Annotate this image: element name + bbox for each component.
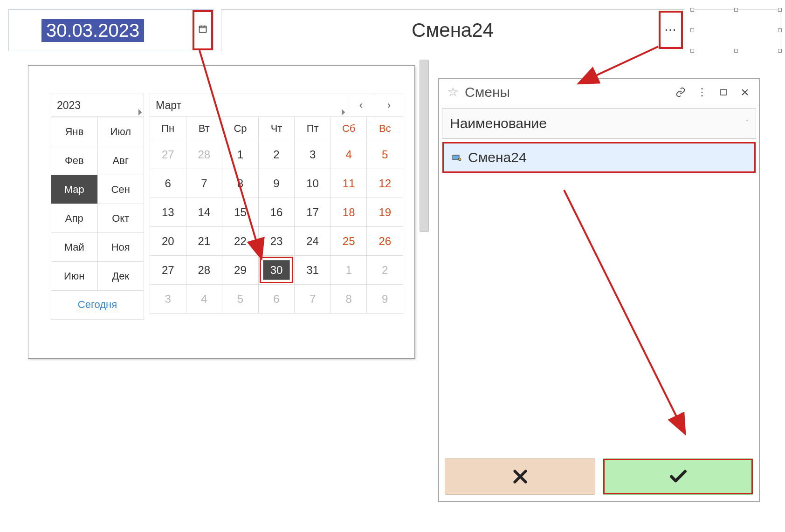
day-cell[interactable]: 18: [331, 198, 367, 227]
today-label: Сегодня: [78, 299, 117, 311]
list-item[interactable]: Смена24: [442, 142, 756, 173]
day-cell[interactable]: 9: [259, 169, 295, 198]
svg-rect-0: [200, 26, 207, 32]
month-list: ЯнвИюлФевАвгМарСенАпрОктМайНояИюнДек: [51, 117, 144, 291]
day-cell[interactable]: 6: [259, 285, 295, 314]
dialog-titlebar: ☆ Смены ⋮: [439, 79, 759, 105]
day-cell[interactable]: 11: [331, 169, 367, 198]
star-icon[interactable]: ☆: [448, 85, 458, 99]
dialog-title: Смены: [465, 84, 510, 100]
day-cell[interactable]: 26: [367, 227, 403, 256]
day-cell[interactable]: 19: [367, 198, 403, 227]
date-input-field[interactable]: 30.03.2023: [8, 9, 213, 51]
day-cell[interactable]: 27: [150, 256, 186, 285]
list-item-label: Смена24: [468, 150, 527, 165]
day-cell[interactable]: 2: [259, 140, 295, 169]
shift-lookup-button[interactable]: ⋯: [659, 11, 683, 49]
day-cell[interactable]: 27: [150, 140, 186, 169]
next-month-button[interactable]: ›: [375, 94, 403, 117]
column-header-name[interactable]: Наименование ↓: [442, 108, 756, 139]
day-cell[interactable]: 23: [259, 227, 295, 256]
day-cell[interactable]: 22: [222, 227, 259, 256]
day-cell[interactable]: 28: [186, 256, 223, 285]
month-cell[interactable]: Авг: [98, 146, 145, 175]
weekday-label: Чт: [259, 117, 295, 140]
day-cell[interactable]: 21: [186, 227, 223, 256]
day-cell[interactable]: 12: [367, 169, 403, 198]
month-cell[interactable]: Мар: [51, 175, 98, 204]
month-selector[interactable]: Март: [150, 94, 347, 117]
calendar-popup: 2023 ЯнвИюлФевАвгМарСенАпрОктМайНояИюнДе…: [28, 65, 415, 359]
month-cell[interactable]: Июн: [51, 262, 98, 291]
month-cell[interactable]: Июл: [98, 117, 145, 146]
weekday-label: Вт: [186, 117, 223, 140]
weekday-label: Вс: [367, 117, 403, 140]
day-cell[interactable]: 3: [150, 285, 186, 314]
day-cell[interactable]: 1: [222, 140, 259, 169]
day-cell[interactable]: 10: [295, 169, 331, 198]
day-cell[interactable]: 25: [331, 227, 367, 256]
weekday-label: Пн: [150, 117, 186, 140]
day-cell[interactable]: 8: [222, 169, 259, 198]
day-cell[interactable]: 2: [367, 256, 403, 285]
prev-month-button[interactable]: ‹: [347, 94, 375, 117]
year-label: 2023: [57, 99, 81, 112]
month-cell[interactable]: Сен: [98, 175, 145, 204]
month-label: Март: [156, 99, 181, 112]
ellipsis-icon: ⋯: [664, 23, 677, 37]
link-icon[interactable]: [673, 85, 688, 100]
day-cell[interactable]: 30: [259, 256, 295, 285]
close-icon[interactable]: [737, 85, 752, 100]
day-cell[interactable]: 8: [331, 285, 367, 314]
year-selector[interactable]: 2023: [51, 94, 144, 117]
month-cell[interactable]: Дек: [98, 262, 145, 291]
day-cell[interactable]: 6: [150, 169, 186, 198]
day-cell[interactable]: 1: [331, 256, 367, 285]
svg-line-5: [580, 47, 658, 83]
shift-input-field[interactable]: Смена24 ⋯: [221, 9, 684, 51]
day-cell[interactable]: 13: [150, 198, 186, 227]
calendar-open-button[interactable]: [193, 10, 213, 50]
day-cell[interactable]: 4: [186, 285, 223, 314]
scrollbar[interactable]: [420, 60, 429, 232]
month-cell[interactable]: Ноя: [98, 233, 145, 262]
day-cell[interactable]: 20: [150, 227, 186, 256]
month-cell[interactable]: Окт: [98, 204, 145, 233]
month-cell[interactable]: Апр: [51, 204, 98, 233]
day-cell[interactable]: 15: [222, 198, 259, 227]
day-cell[interactable]: 29: [222, 256, 259, 285]
catalog-item-icon: [452, 154, 461, 161]
day-cell[interactable]: 7: [295, 285, 331, 314]
chevron-left-icon: ‹: [359, 99, 363, 111]
shift-input-value: Смена24: [412, 19, 494, 41]
cancel-button[interactable]: [445, 458, 595, 495]
day-cell[interactable]: 4: [331, 140, 367, 169]
month-cell[interactable]: Май: [51, 233, 98, 262]
day-cell[interactable]: 5: [222, 285, 259, 314]
maximize-icon[interactable]: [716, 85, 731, 100]
day-cell[interactable]: 14: [186, 198, 223, 227]
today-button[interactable]: Сегодня: [51, 291, 144, 320]
shift-list: Смена24: [442, 142, 756, 454]
day-cell[interactable]: 24: [295, 227, 331, 256]
day-cell[interactable]: 7: [186, 169, 223, 198]
chevron-right-icon: ›: [387, 99, 391, 111]
svg-point-3: [458, 158, 461, 161]
calendar-icon: [198, 24, 207, 34]
month-cell[interactable]: Янв: [51, 117, 98, 146]
day-cell[interactable]: 17: [295, 198, 331, 227]
weekday-label: Пт: [295, 117, 331, 140]
ok-button[interactable]: [603, 458, 753, 495]
day-cell[interactable]: 3: [295, 140, 331, 169]
day-cell[interactable]: 28: [186, 140, 223, 169]
month-cell[interactable]: Фев: [51, 146, 98, 175]
day-cell[interactable]: 5: [367, 140, 403, 169]
designer-selection-box: [692, 9, 780, 51]
day-cell[interactable]: 16: [259, 198, 295, 227]
day-cell[interactable]: 31: [295, 256, 331, 285]
kebab-menu-icon[interactable]: ⋮: [695, 85, 709, 100]
day-cell[interactable]: 9: [367, 285, 403, 314]
svg-rect-1: [721, 89, 726, 95]
weekday-label: Ср: [222, 117, 259, 140]
weekday-label: Сб: [331, 117, 367, 140]
